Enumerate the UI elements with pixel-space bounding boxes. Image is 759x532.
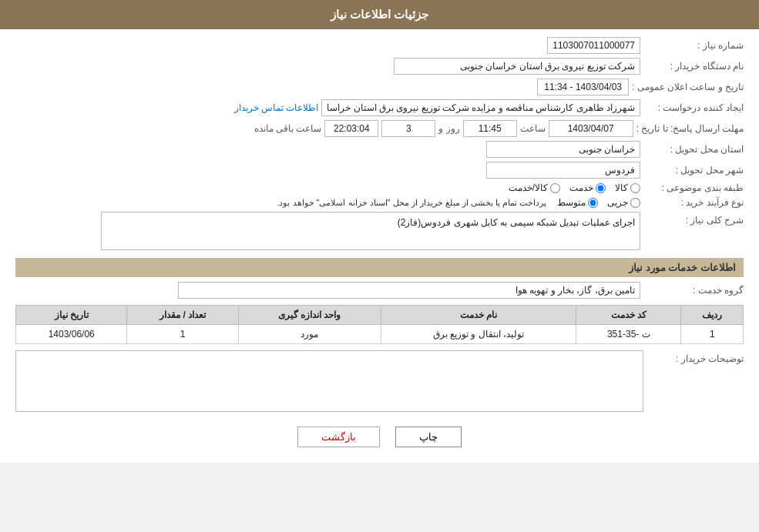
description-label: شرح کلی نیاز :: [643, 212, 744, 226]
cell-row-num: 1: [681, 325, 744, 344]
category-kala-khedmat-label: کالا/خدمت: [509, 182, 548, 193]
col-service-name: نام خدمت: [381, 306, 576, 325]
category-khedmat-radio[interactable]: [596, 183, 606, 193]
announce-date-label: تاریخ و ساعت اعلان عمومی :: [632, 82, 744, 92]
service-group-label: گروه خدمت :: [643, 285, 744, 296]
category-label: طبقه بندی موضوعی :: [643, 182, 744, 193]
back-button[interactable]: بازگشت: [297, 427, 380, 447]
col-unit: واحد اندازه گیری: [238, 306, 381, 325]
col-service-code: کد خدمت: [576, 306, 681, 325]
services-table: ردیف کد خدمت نام خدمت واحد اندازه گیری ت…: [15, 305, 744, 344]
service-group-value: تامین برق، گاز، بخار و تهویه هوا: [178, 282, 640, 299]
request-number-label: شماره نیاز :: [643, 40, 744, 51]
deadline-row: مهلت ارسال پاسخ: تا تاریخ : 1403/04/07 س…: [15, 120, 744, 137]
buyer-notes-label: توضیحات خریدار :: [643, 350, 744, 364]
col-quantity: تعداد / مقدار: [127, 306, 238, 325]
purchase-type-label: نوع فرآیند خرید :: [643, 197, 744, 208]
buyer-org-label: نام دستگاه خریدار :: [643, 61, 744, 72]
request-number-value: 1103007011000077: [547, 37, 640, 54]
buyer-org-row: نام دستگاه خریدار : شرکت توزیع نیروی برق…: [15, 58, 744, 75]
buttons-row: چاپ بازگشت: [15, 427, 744, 447]
table-header-row: ردیف کد خدمت نام خدمت واحد اندازه گیری ت…: [16, 306, 744, 325]
deadline-remaining: 22:03:04: [324, 120, 378, 137]
purchase-motavasset-label: متوسط: [557, 197, 586, 208]
service-group-row: گروه خدمت : تامین برق، گاز، بخار و تهویه…: [15, 282, 744, 299]
province-label: استان محل تحویل :: [643, 144, 744, 155]
buyer-notes-input[interactable]: [15, 350, 643, 412]
creator-row: ایجاد کننده درخواست : شهرزاد طاهری کارشن…: [15, 99, 744, 116]
table-row: 1 ت -35-351 تولید، انتقال و توزیع برق مو…: [16, 325, 744, 344]
deadline-days: 3: [381, 120, 435, 137]
city-row: شهر محل تحویل : فردوس: [15, 162, 744, 179]
print-button[interactable]: چاپ: [395, 427, 462, 447]
cell-unit: مورد: [238, 325, 381, 344]
announce-date-value: 1403/04/03 - 11:34: [537, 79, 629, 95]
category-kala-label: کالا: [615, 182, 628, 193]
category-kala-radio[interactable]: [630, 183, 640, 193]
creator-label: ایجاد کننده درخواست :: [643, 102, 744, 113]
cell-date: 1403/06/06: [16, 325, 127, 344]
cell-service-code: ت -35-351: [576, 325, 681, 344]
page-wrapper: جزئیات اطلاعات نیاز شماره نیاز : 1103007…: [0, 0, 759, 463]
announce-date-row: تاریخ و ساعت اعلان عمومی : 1403/04/03 - …: [15, 79, 744, 95]
province-value: خراسان جنوبی: [486, 141, 640, 158]
contact-link[interactable]: اطلاعات تماس خریدار: [234, 102, 319, 113]
category-kala-khedmat: کالا/خدمت: [509, 182, 560, 193]
deadline-day-label: روز و: [438, 123, 459, 134]
purchase-type-radio-group: جزیی متوسط: [557, 197, 640, 208]
category-khedmat-label: خدمت: [569, 182, 593, 193]
services-section-header: اطلاعات خدمات مورد نیاز: [15, 258, 744, 277]
purchase-jozei: جزیی: [607, 197, 640, 208]
purchase-motavasset-radio[interactable]: [588, 198, 598, 208]
category-khedmat: خدمت: [569, 182, 606, 193]
col-row-num: ردیف: [681, 306, 744, 325]
purchase-motavasset: متوسط: [557, 197, 598, 208]
category-kala-khedmat-radio[interactable]: [550, 183, 560, 193]
purchase-jozei-radio[interactable]: [630, 198, 640, 208]
purchase-type-row: نوع فرآیند خرید : جزیی متوسط پرداخت تمام…: [15, 197, 744, 208]
col-date: تاریخ نیاز: [16, 306, 127, 325]
description-row: شرح کلی نیاز : اجرای عملیات تبدیل شبکه س…: [15, 212, 744, 250]
category-radio-group: کالا خدمت کالا/خدمت: [509, 182, 640, 193]
category-kala: کالا: [615, 182, 640, 193]
page-title: جزئیات اطلاعات نیاز: [331, 8, 428, 21]
buyer-notes-row: توضیحات خریدار :: [15, 350, 744, 414]
deadline-date: 1403/04/07: [549, 120, 633, 137]
deadline-remaining-label: ساعت باقی مانده: [254, 123, 322, 134]
category-row: طبقه بندی موضوعی : کالا خدمت کالا/خدمت: [15, 182, 744, 193]
request-number-row: شماره نیاز : 1103007011000077: [15, 37, 744, 54]
cell-quantity: 1: [127, 325, 238, 344]
deadline-label: مهلت ارسال پاسخ: تا تاریخ :: [636, 123, 744, 134]
deadline-time: 11:45: [463, 120, 517, 137]
creator-value: شهرزاد طاهری کارشناس مناقصه و مزایده شرک…: [321, 99, 640, 116]
content-area: شماره نیاز : 1103007011000077 نام دستگاه…: [0, 29, 759, 463]
city-value: فردوس: [486, 162, 640, 179]
city-label: شهر محل تحویل :: [643, 165, 744, 176]
deadline-time-label: ساعت: [520, 123, 546, 134]
province-row: استان محل تحویل : خراسان جنوبی: [15, 141, 744, 158]
page-header: جزئیات اطلاعات نیاز: [0, 0, 759, 29]
services-table-section: ردیف کد خدمت نام خدمت واحد اندازه گیری ت…: [15, 305, 744, 344]
purchase-type-note: پرداخت تمام یا بخشی از مبلغ خریدار از مح…: [15, 198, 546, 208]
purchase-jozei-label: جزیی: [607, 197, 628, 208]
description-value: اجرای عملیات تبدیل شبکه سیمی به کابل شهر…: [101, 212, 640, 250]
buyer-org-value: شرکت توزیع نیروی برق استان خراسان جنوبی: [394, 58, 640, 75]
cell-service-name: تولید، انتقال و توزیع برق: [381, 325, 576, 344]
